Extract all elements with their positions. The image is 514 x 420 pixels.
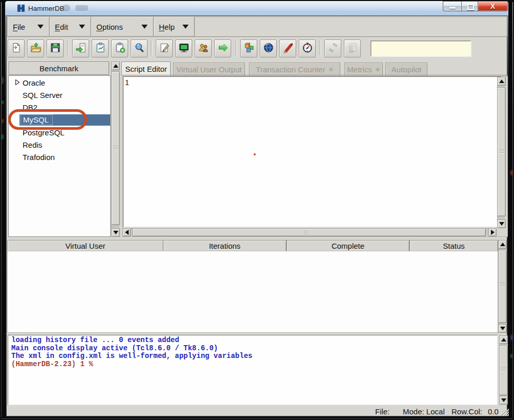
tree-item-label: Redis bbox=[23, 141, 42, 149]
close-button[interactable]: X bbox=[478, 1, 508, 11]
statusbar-mode-label: Mode: Local bbox=[403, 407, 445, 416]
glass-border-right-edge bbox=[512, 2, 513, 417]
resize-grip-icon[interactable] bbox=[500, 407, 509, 416]
menu-help[interactable]: Help bbox=[154, 17, 195, 36]
red-pen-button[interactable] bbox=[279, 39, 296, 57]
console-line: The xml in config.xml is well-formed, ap… bbox=[11, 352, 497, 361]
tab-autopilot[interactable]: Autopilot bbox=[385, 63, 427, 76]
globe-button[interactable] bbox=[260, 39, 277, 57]
report-button[interactable] bbox=[344, 39, 361, 57]
new-file-button[interactable] bbox=[8, 39, 25, 57]
console-display-icon bbox=[178, 42, 190, 55]
toolbar-separator bbox=[151, 41, 153, 55]
tab-virtual-user-output[interactable]: Virtual User Output bbox=[173, 63, 245, 76]
tree-item-sql-server[interactable]: SQL Server bbox=[9, 89, 110, 101]
scroll-right-button[interactable] bbox=[488, 228, 497, 236]
clipboard-chart-icon bbox=[95, 42, 106, 55]
desktop-speck bbox=[2, 77, 4, 84]
save-button[interactable] bbox=[47, 39, 64, 57]
table-column-header-virtual-user[interactable]: Virtual User bbox=[7, 240, 163, 252]
arrow-up-icon bbox=[501, 338, 506, 342]
glass-border-left-edge bbox=[1, 2, 2, 417]
notebook-border bbox=[121, 75, 508, 75]
console-display-button[interactable] bbox=[175, 39, 192, 57]
benchmark-tree: OracleSQL ServerDB2MySQLPostgreSQLRedisT… bbox=[8, 75, 111, 237]
menu-file[interactable]: File bbox=[8, 17, 50, 36]
tab-metrics[interactable]: Metrics✳ bbox=[344, 63, 383, 76]
scrollbar-thumb[interactable] bbox=[132, 228, 486, 236]
scroll-down-button[interactable] bbox=[499, 396, 508, 405]
scrollbar-thumb[interactable] bbox=[111, 71, 120, 225]
tab-star-icon: ✳ bbox=[328, 66, 334, 73]
scroll-up-button[interactable] bbox=[499, 335, 508, 344]
clipboard-chart-button[interactable] bbox=[92, 39, 109, 57]
menubar: FileEditOptionsHelp bbox=[7, 16, 507, 37]
arrow-down-icon bbox=[500, 327, 505, 330]
tree-item-trafodion[interactable]: Trafodion bbox=[9, 151, 110, 164]
scroll-up-button[interactable] bbox=[497, 77, 506, 86]
window-title: HammerDB bbox=[28, 5, 65, 12]
scroll-down-button[interactable] bbox=[111, 228, 120, 237]
arrow-down-icon bbox=[113, 231, 118, 234]
menu-dropdown-arrow-icon bbox=[141, 25, 148, 29]
menu-edit[interactable]: Edit bbox=[50, 17, 91, 36]
build-schema-button[interactable] bbox=[240, 39, 257, 57]
tab-script-editor[interactable]: Script Editor bbox=[121, 62, 171, 76]
minimize-icon bbox=[449, 7, 456, 9]
table-column-header-status[interactable]: Status bbox=[409, 240, 498, 252]
menu-dropdown-arrow-icon bbox=[79, 25, 85, 29]
scrollbar-thumb[interactable] bbox=[498, 250, 507, 323]
run-button[interactable] bbox=[214, 39, 231, 57]
glass-border-bottom-edge bbox=[1, 418, 513, 419]
scrollbar-thumb[interactable] bbox=[499, 345, 508, 395]
tab-transaction-counter[interactable]: Transaction Counter✳ bbox=[249, 63, 340, 76]
import-source-button[interactable] bbox=[72, 39, 89, 57]
tab-label: Autopilot bbox=[392, 65, 421, 74]
editor-line-number: 1 bbox=[125, 78, 129, 87]
scroll-down-button[interactable] bbox=[498, 324, 507, 333]
virtual-user-table-body[interactable] bbox=[7, 251, 498, 333]
virtual-users-button[interactable] bbox=[195, 39, 212, 57]
hammerdb-logo-icon bbox=[17, 4, 25, 12]
toolbar-entry[interactable] bbox=[371, 41, 471, 56]
refresh-button[interactable] bbox=[324, 39, 341, 57]
timer-button[interactable] bbox=[299, 39, 316, 57]
scrollbar-thumb[interactable] bbox=[497, 87, 506, 216]
scroll-up-button[interactable] bbox=[498, 240, 507, 249]
open-folder-button[interactable] bbox=[27, 39, 44, 57]
scroll-up-button[interactable] bbox=[111, 62, 120, 70]
benchmark-panel-header: Benchmark bbox=[9, 62, 109, 75]
scroll-down-button[interactable] bbox=[497, 219, 506, 228]
console-line: loading history file ... 0 events added bbox=[11, 336, 497, 345]
expander-triangle-icon[interactable] bbox=[15, 79, 19, 85]
desktop-speck bbox=[1, 134, 4, 139]
maximize-button[interactable] bbox=[461, 1, 478, 11]
scroll-left-button[interactable] bbox=[122, 228, 131, 236]
statusbar-file-label: File: bbox=[375, 407, 389, 416]
desktop-speck bbox=[2, 119, 4, 123]
table-column-header-iterations[interactable]: Iterations bbox=[163, 240, 286, 252]
menu-label: File bbox=[13, 23, 25, 31]
clipboard-add-icon bbox=[114, 42, 126, 55]
console-output[interactable]: loading history file ... 0 events addedM… bbox=[8, 335, 498, 405]
table-column-header-complete[interactable]: Complete bbox=[286, 240, 409, 252]
editor-red-dot-artifact bbox=[254, 153, 256, 155]
tree-item-oracle[interactable]: Oracle bbox=[9, 76, 110, 89]
titlebar[interactable]: HammerDB X bbox=[5, 1, 508, 15]
statusbar: File: Mode: Local Row.Col: 0.0 bbox=[7, 406, 507, 416]
tree-item-redis[interactable]: Redis bbox=[9, 138, 110, 151]
arrow-up-icon bbox=[500, 243, 505, 246]
arrow-up-icon bbox=[499, 79, 504, 83]
console-line: Main console display active (Tcl8.6.0 / … bbox=[11, 345, 497, 353]
scrollbar-grip bbox=[113, 146, 118, 150]
clipboard-add-button[interactable] bbox=[111, 39, 128, 57]
minimize-button[interactable] bbox=[443, 1, 461, 11]
titlebar-artifact bbox=[62, 5, 70, 11]
arrow-down-icon bbox=[499, 222, 504, 226]
script-editor-textarea[interactable]: 1 bbox=[123, 76, 501, 227]
edit-script-button[interactable] bbox=[156, 39, 173, 57]
search-button[interactable] bbox=[131, 39, 148, 57]
menu-options[interactable]: Options bbox=[91, 17, 154, 36]
maximize-icon bbox=[467, 4, 474, 10]
new-file-icon bbox=[11, 42, 22, 55]
